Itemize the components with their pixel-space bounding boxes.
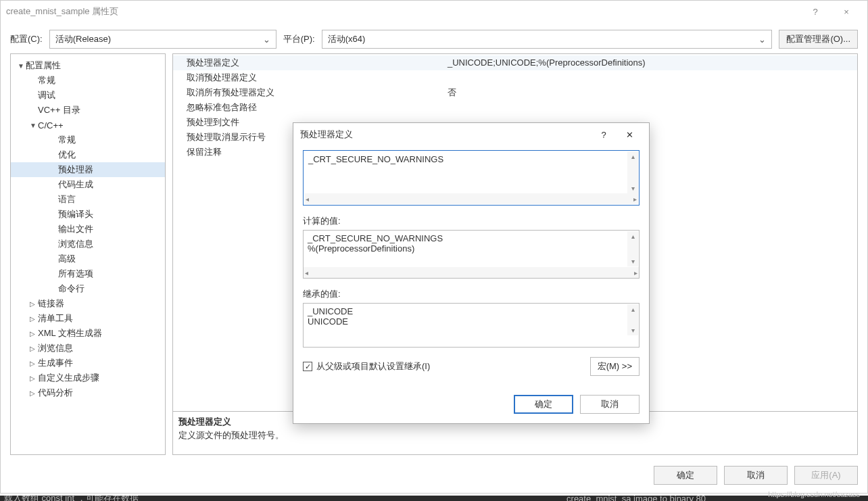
scroll-right-icon: ▸ — [634, 269, 637, 277]
tree-item[interactable]: ▷代码分析 — [11, 385, 165, 400]
dialog-cancel-button[interactable]: 取消 — [580, 395, 640, 414]
scroll-left-icon: ◂ — [306, 195, 309, 203]
macro-button[interactable]: 宏(M) >> — [590, 357, 640, 376]
config-label: 配置(C): — [10, 33, 43, 45]
property-name: 取消所有预处理器定义 — [173, 87, 443, 98]
tree-item[interactable]: ▷链接器 — [11, 296, 165, 311]
vertical-scrollbar[interactable]: ▴ ▾ — [627, 304, 638, 335]
description-body: 定义源文件的预处理符号。 — [178, 429, 852, 442]
tree-item[interactable]: ▼配置属性 — [11, 58, 165, 73]
platform-select[interactable]: 活动(x64) ⌄ — [322, 30, 773, 49]
checkbox-checked-icon: ✓ — [303, 362, 312, 371]
tree-item[interactable]: ▷自定义生成步骤 — [11, 371, 165, 385]
tree-item[interactable]: 调试 — [11, 88, 165, 103]
tree-item-label: 链接器 — [38, 297, 64, 310]
scroll-left-icon: ◂ — [305, 269, 308, 277]
apply-button[interactable]: 应用(A) — [794, 466, 858, 485]
scroll-right-icon: ▸ — [633, 195, 637, 203]
horizontal-scrollbar[interactable]: ◂ ▸ — [304, 193, 638, 204]
ok-button[interactable]: 确定 — [654, 466, 717, 485]
property-value[interactable]: 否 — [443, 87, 857, 98]
tree-item[interactable]: ▷浏览信息 — [11, 341, 165, 356]
triangle-right-icon: ▷ — [30, 330, 35, 337]
tree-item-label: 清单工具 — [38, 312, 73, 325]
tree-item[interactable]: ▷XML 文档生成器 — [11, 326, 165, 341]
config-value: 活动(Release) — [55, 33, 111, 45]
chevron-down-icon: ⌄ — [758, 34, 766, 45]
background-strip: 载入数组 const int ，可能存在数据 create_mnist_sa i… — [0, 496, 868, 501]
inherit-checkbox[interactable]: ✓ 从父级或项目默认设置继承(I) — [303, 360, 430, 373]
computed-values-box: _CRT_SECURE_NO_WARNINGS%(PreprocessorDef… — [303, 230, 640, 279]
tree-item-label: 代码生成 — [58, 178, 93, 191]
property-value[interactable]: _UNICODE;UNICODE;%(PreprocessorDefinitio… — [443, 57, 857, 68]
scroll-up-icon: ▴ — [631, 153, 635, 160]
horizontal-scrollbar[interactable]: ◂ ▸ — [304, 267, 639, 278]
triangle-right-icon: ▷ — [30, 315, 35, 323]
tree-item-label: 调试 — [38, 89, 55, 101]
tree-item-label: XML 文档生成器 — [38, 327, 102, 339]
edit-box[interactable]: _CRT_SECURE_NO_WARNINGS ▴ ▾ ◂ ▸ — [303, 150, 640, 206]
inherited-content: _UNICODEUNICODE — [304, 304, 639, 347]
tree-item[interactable]: ▷清单工具 — [11, 311, 165, 326]
cancel-button[interactable]: 取消 — [724, 466, 788, 485]
vertical-scrollbar[interactable]: ▴ ▾ — [627, 151, 638, 193]
dialog-close-button[interactable]: ✕ — [617, 124, 642, 145]
titlebar: create_mnist_sample 属性页 ? × — [1, 1, 867, 22]
bg-right-text: create_mnist_sa image to binary 80 — [566, 496, 706, 501]
computed-label: 计算的值: — [303, 215, 640, 227]
tree-item-label: 代码分析 — [38, 387, 73, 399]
edit-text[interactable]: _CRT_SECURE_NO_WARNINGS — [304, 151, 638, 193]
config-select[interactable]: 活动(Release) ⌄ — [49, 30, 276, 49]
tree-item-label: C/C++ — [38, 120, 64, 130]
scroll-up-icon: ▴ — [631, 233, 635, 240]
computed-line: _CRT_SECURE_NO_WARNINGS — [308, 233, 635, 243]
tree-view[interactable]: ▼配置属性 常规 调试 VC++ 目录▼C/C++ 常规 优化 预处理器 代码生… — [10, 53, 166, 455]
triangle-right-icon: ▷ — [30, 300, 35, 308]
tree-item-label: 生成事件 — [38, 357, 73, 369]
tree-item-label: 自定义生成步骤 — [38, 372, 99, 384]
watermark: https://blog.csdn.net/sazass — [768, 490, 860, 498]
property-row[interactable]: 预处理器定义_UNICODE;UNICODE;%(PreprocessorDef… — [173, 55, 857, 70]
tree-item[interactable]: 输出文件 — [11, 222, 165, 237]
scroll-down-icon: ▾ — [631, 327, 635, 334]
triangle-right-icon: ▷ — [30, 360, 35, 367]
scroll-up-icon: ▴ — [631, 306, 635, 313]
triangle-right-icon: ▷ — [30, 345, 35, 352]
property-row[interactable]: 取消预处理器定义 — [173, 70, 857, 85]
tree-item[interactable]: 常规 — [11, 73, 165, 88]
tree-item-label: 预编译头 — [58, 208, 93, 220]
tree-item[interactable]: 浏览信息 — [11, 237, 165, 252]
tree-item[interactable]: 预编译头 — [11, 207, 165, 222]
property-row[interactable]: 忽略标准包含路径 — [173, 100, 857, 115]
window-title: create_mnist_sample 属性页 — [6, 5, 118, 18]
vertical-scrollbar[interactable]: ▴ ▾ — [627, 231, 638, 266]
inherited-label: 继承的值: — [303, 288, 640, 300]
tree-item[interactable]: 优化 — [11, 147, 165, 162]
dialog-title: 预处理器定义 — [300, 128, 353, 141]
tree-item-label: 浏览信息 — [58, 238, 93, 250]
close-button[interactable]: × — [831, 1, 862, 22]
computed-content: _CRT_SECURE_NO_WARNINGS%(PreprocessorDef… — [304, 231, 639, 267]
toolbar: 配置(C): 活动(Release) ⌄ 平台(P): 活动(x64) ⌄ 配置… — [1, 22, 867, 51]
property-row[interactable]: 取消所有预处理器定义否 — [173, 85, 857, 100]
inherited-line: UNICODE — [308, 316, 635, 327]
triangle-down-icon: ▼ — [30, 122, 35, 129]
tree-item-label: 配置属性 — [26, 59, 61, 72]
scroll-down-icon: ▾ — [631, 258, 635, 265]
tree-item-label: 输出文件 — [58, 223, 93, 235]
dialog-help-button[interactable]: ? — [591, 124, 617, 145]
tree-item[interactable]: VC++ 目录 — [11, 103, 165, 118]
property-name: 取消预处理器定义 — [173, 72, 443, 83]
tree-item[interactable]: ▷生成事件 — [11, 356, 165, 371]
tree-item[interactable]: ▼C/C++ — [11, 118, 165, 133]
tree-item[interactable]: 代码生成 — [11, 177, 165, 192]
dialog-ok-button[interactable]: 确定 — [514, 395, 573, 414]
tree-item[interactable]: 常规 — [11, 133, 165, 147]
tree-item[interactable]: 高级 — [11, 252, 165, 266]
config-manager-button[interactable]: 配置管理器(O)... — [779, 30, 858, 49]
tree-item[interactable]: 命令行 — [11, 281, 165, 296]
tree-item[interactable]: 所有选项 — [11, 266, 165, 281]
help-button[interactable]: ? — [800, 1, 831, 22]
tree-item[interactable]: 预处理器 — [11, 162, 165, 177]
tree-item[interactable]: 语言 — [11, 192, 165, 207]
